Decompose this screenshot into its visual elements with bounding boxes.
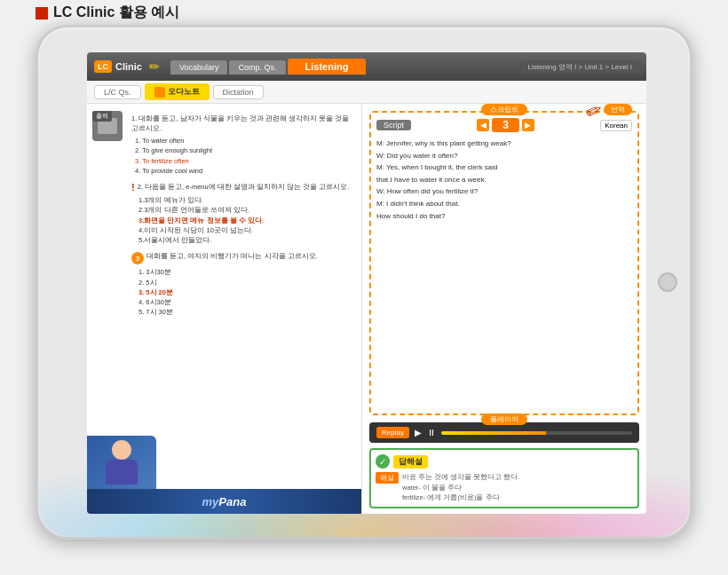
q1-opt4: 4. To provide cool wind bbox=[135, 166, 356, 176]
player-area: 플레이어 Replay ▶ ⏸ bbox=[369, 422, 639, 443]
lang-select[interactable]: Korean bbox=[600, 120, 632, 131]
q1-options: 1. To water often 2. To give enough sunl… bbox=[131, 136, 356, 176]
heading-icon bbox=[36, 7, 48, 20]
clinic-label: Clinic bbox=[115, 61, 142, 72]
explanation-text: 비료 주는 것에 생각을 못했다고 했다. water- 이 물을 주다 fer… bbox=[402, 472, 520, 502]
script-line-3: M: Yes, when I bought it, the clerk said bbox=[376, 161, 632, 174]
player-badge: 플레이어 bbox=[481, 414, 527, 425]
sub-tabs: L/C Qs. 오다노트 Dictation bbox=[87, 81, 646, 104]
script-line-1: M: Jennifer, why is this plant getting w… bbox=[376, 138, 632, 150]
left-panel: 출력 1. 대화를 듣고, 남자가 식물을 키우는 것과 관련해 생각하지 못을… bbox=[87, 104, 362, 514]
script-text: M: Jennifer, why is this plant getting w… bbox=[376, 138, 632, 222]
nav-controls: ◀ 3 ▶ bbox=[477, 118, 534, 132]
script-line-5: W: How often did you fertilize it? bbox=[376, 185, 632, 198]
play-icon[interactable]: ▶ bbox=[415, 428, 422, 437]
pause-icon[interactable]: ⏸ bbox=[427, 428, 436, 437]
nav-prev-arrow[interactable]: ◀ bbox=[477, 119, 489, 131]
right-panel: ✏ 스크립트 번역 Script ◀ 3 ▶ K bbox=[362, 104, 646, 514]
question-3: 3 대화를 듣고, 여자의 비행기가 떠나는 시각을 고르시오. 1. 3시30… bbox=[131, 252, 356, 317]
progress-fill bbox=[441, 431, 546, 435]
q2-text: 2. 다음을 듣고, e-menu에 대한 설명과 일치하지 않는 것을 고르시… bbox=[138, 183, 350, 193]
q3-options: 1. 3시30분 2. 5시 3. 5시 20분 4. 6시30분 5. 7시 … bbox=[131, 267, 356, 317]
mypana-text: myPana bbox=[202, 495, 247, 508]
script-area: 스크립트 번역 Script ◀ 3 ▶ Korean bbox=[369, 111, 639, 415]
question-1: 1. 대화를 듣고, 남자가 식물을 키우는 것과 관련해 생각하지 못을 것을… bbox=[131, 114, 356, 176]
odanote-label: 오다노트 bbox=[168, 86, 200, 98]
lc-logo: LC bbox=[94, 60, 112, 73]
exp-line-1: 비료 주는 것에 생각을 못했다고 했다. bbox=[402, 472, 520, 482]
q1-text: 1. 대화를 듣고, 남자가 식물을 키우는 것과 관련해 생각하지 못을 것을… bbox=[131, 114, 356, 133]
q1-opt3[interactable]: 3. To fertilize often bbox=[135, 156, 356, 166]
odanote-icon bbox=[154, 87, 165, 98]
page-heading-text: LC Clinic 활용 예시 bbox=[53, 4, 179, 22]
tab-listening[interactable]: Listening bbox=[288, 59, 367, 75]
left-questions: 1. 대화를 듣고, 남자가 식물을 키우는 것과 관련해 생각하지 못을 것을… bbox=[92, 109, 356, 318]
mypana-brand: myPana bbox=[87, 489, 361, 514]
page-heading: LC Clinic 활용 예시 bbox=[36, 4, 179, 22]
question-2: ! 2. 다음을 듣고, e-menu에 대한 설명과 일치하지 않는 것을 고… bbox=[131, 183, 356, 245]
q3-opt2: 2. 5시 bbox=[138, 278, 356, 288]
main-content: 출력 1. 대화를 듣고, 남자가 식물을 키우는 것과 관련해 생각하지 못을… bbox=[87, 104, 646, 514]
breadcrumb: Listening 영역 I > Unit 1 > Level I bbox=[521, 60, 639, 74]
q1-opt1: 1. To water often bbox=[135, 136, 356, 146]
q3-opt1: 1. 3시30분 bbox=[138, 267, 356, 277]
home-button[interactable] bbox=[658, 272, 677, 292]
translate-badge: 번역 bbox=[604, 104, 632, 115]
script-line-7: How should I do that? bbox=[376, 210, 632, 223]
tablet-frame: LC Clinic ✏ Vocabulary Comp. Qs. Listeni… bbox=[36, 25, 692, 540]
q2-opt4: 4.이미 시작된 식당이 10곳이 넘는다. bbox=[138, 225, 356, 235]
answer-header: ✓ 답해설 bbox=[376, 454, 633, 469]
q2-options: 1.3개의 메뉴가 있다. 2.3개의 다른 언어들로 쓰여져 있다. 3.화면… bbox=[131, 195, 356, 245]
script-line-2: W: Did you water it often? bbox=[376, 150, 632, 162]
replay-button[interactable]: Replay bbox=[376, 427, 409, 438]
script-line-6: M: I didn't think about that. bbox=[376, 198, 632, 210]
script-label: Script bbox=[376, 120, 411, 130]
app-screen: LC Clinic ✏ Vocabulary Comp. Qs. Listeni… bbox=[87, 52, 646, 514]
exp-line-3: fertilize- 에게 거름(비료)을 주다 bbox=[402, 492, 520, 502]
sub-tab-lc-qs[interactable]: L/C Qs. bbox=[94, 85, 141, 99]
q3-opt4: 4. 6시30분 bbox=[138, 297, 356, 307]
tab-vocabulary[interactable]: Vocabulary bbox=[170, 60, 228, 75]
q3-opt5: 5. 7시 30분 bbox=[138, 307, 356, 317]
nav-tabs: Vocabulary Comp. Qs. Listening bbox=[170, 59, 366, 75]
checkmark-icon: ✓ bbox=[376, 454, 390, 469]
q2-opt5: 5.서울시에서 만들었다. bbox=[138, 235, 356, 245]
sub-tab-odanote[interactable]: 오다노트 bbox=[145, 83, 210, 100]
answer-area: ✓ 답해설 해설 비료 주는 것에 생각을 못했다고 했다. water- 이 … bbox=[369, 448, 639, 508]
nav-number: 3 bbox=[492, 118, 519, 132]
script-badge: 스크립트 bbox=[481, 104, 527, 115]
q3-num-circle: 3 bbox=[131, 252, 144, 264]
q3-text: 대화를 듣고, 여자의 비행기가 떠나는 시각을 고르시오. bbox=[146, 252, 318, 262]
nav-next-arrow[interactable]: ▶ bbox=[522, 119, 534, 131]
q3-opt3[interactable]: 3. 5시 20분 bbox=[138, 288, 356, 297]
tab-comp-qs[interactable]: Comp. Qs. bbox=[229, 60, 285, 75]
output-badge: 출력 bbox=[92, 111, 112, 122]
q2-opt1: 1.3개의 메뉴가 있다. bbox=[138, 195, 356, 205]
q1-opt2: 2. To give enough sunlight bbox=[135, 146, 356, 155]
player-bar: Replay ▶ ⏸ bbox=[369, 422, 639, 443]
app-header: LC Clinic ✏ Vocabulary Comp. Qs. Listeni… bbox=[87, 52, 646, 81]
q2-opt2: 2.3개의 다른 언어들로 쓰여져 있다. bbox=[138, 205, 356, 215]
progress-bar[interactable] bbox=[441, 431, 632, 435]
q2-opt3[interactable]: 3.화면을 만지면 메뉴 정보를 볼 수 있다. bbox=[138, 216, 356, 225]
sub-tab-dictation[interactable]: Dictation bbox=[213, 85, 264, 99]
student-image bbox=[87, 436, 156, 489]
pencil-icon: ✏ bbox=[149, 59, 160, 74]
explanation-label: 해설 bbox=[376, 472, 399, 484]
answer-badge: 답해설 bbox=[393, 455, 428, 469]
script-line-4: that I have to water it once a week. bbox=[376, 174, 632, 186]
warning-icon: ! bbox=[131, 183, 135, 193]
exp-line-2: water- 이 물을 주다 bbox=[402, 483, 520, 492]
